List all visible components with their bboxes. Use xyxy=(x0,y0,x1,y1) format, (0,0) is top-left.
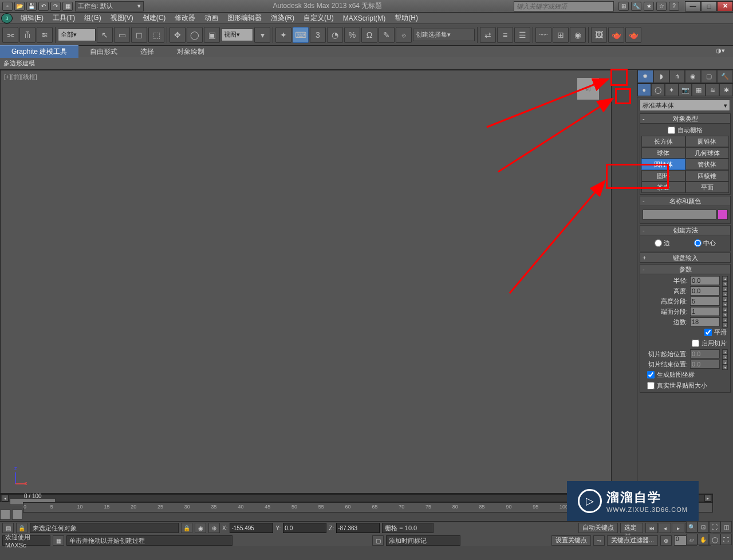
menu-customize[interactable]: 自定义(U) xyxy=(299,12,338,24)
redo-icon[interactable]: ↷ xyxy=(50,2,61,11)
align-icon[interactable]: ≡ xyxy=(497,27,513,43)
snap-toggle-icon[interactable]: 3 xyxy=(310,27,326,43)
bind-spacewarp-icon[interactable]: ≋ xyxy=(37,27,53,43)
schematic-icon[interactable]: ⊞ xyxy=(553,27,569,43)
ribbon-tab-graphite[interactable]: Graphite 建模工具 xyxy=(0,45,78,58)
ribbon-tab-freeform[interactable]: 自由形式 xyxy=(78,46,129,58)
sliceon-checkbox[interactable] xyxy=(692,340,699,347)
time-slider-buttons[interactable] xyxy=(0,510,24,521)
menu-grapheditors[interactable]: 图形编辑器 xyxy=(223,12,266,24)
render-icon[interactable]: 🫖 xyxy=(625,27,641,43)
subcat-cameras[interactable]: 📷 xyxy=(679,84,692,96)
rollout-header-objecttype[interactable]: -对象类型 xyxy=(640,113,731,124)
minimize-button[interactable]: — xyxy=(685,1,701,11)
goto-start-icon[interactable]: ⏮ xyxy=(645,523,658,533)
menu-rendering[interactable]: 渲染(R) xyxy=(266,12,299,24)
time-config-icon[interactable]: ⊕ xyxy=(660,535,672,546)
pan-icon[interactable]: ✋ xyxy=(697,534,709,545)
transform-type-icon[interactable]: ⊕ xyxy=(208,523,220,533)
subcat-geometry[interactable]: ● xyxy=(637,84,651,96)
script-listener-icon[interactable]: ▦ xyxy=(53,535,64,546)
orbit-icon[interactable]: ◯ xyxy=(709,534,720,545)
selected-dropdown[interactable]: 选定对 xyxy=(620,523,643,533)
sides-spinner-buttons[interactable]: ▴▾ xyxy=(722,317,728,326)
edit-named-icon[interactable]: ✎ xyxy=(379,27,395,43)
object-name-input[interactable] xyxy=(643,210,716,220)
cmd-tab-motion[interactable]: ◉ xyxy=(685,70,701,83)
subcat-lights[interactable]: ✦ xyxy=(665,84,679,96)
menu-maxscript[interactable]: MAXScript(M) xyxy=(338,13,391,23)
play-icon[interactable]: ▸ xyxy=(672,523,684,533)
subcat-shapes[interactable]: ◯ xyxy=(651,84,665,96)
obj-btn-cone[interactable]: 圆锥体 xyxy=(685,136,730,147)
prev-frame-icon[interactable]: ◂ xyxy=(659,523,671,533)
obj-btn-plane[interactable]: 平面 xyxy=(685,182,730,193)
obj-btn-torus[interactable]: 圆环 xyxy=(641,170,685,182)
maxscript-mini-icon[interactable]: ▤ xyxy=(2,523,14,533)
select-object-icon[interactable]: ↖ xyxy=(97,27,113,43)
cmd-tab-hierarchy[interactable]: ⋔ xyxy=(669,70,685,83)
toggle-edit-icon[interactable]: ⟐ xyxy=(396,27,412,43)
genmap-checkbox[interactable] xyxy=(647,371,655,378)
zoom-extents-all-icon[interactable]: ◫ xyxy=(720,521,732,533)
key-filters-button[interactable]: 关键点过滤器... xyxy=(607,535,658,546)
menu-help[interactable]: 帮助(H) xyxy=(390,12,423,24)
spinner-snap-icon[interactable]: Ω xyxy=(361,27,377,43)
time-tag-label[interactable]: 添加时间标记 xyxy=(386,535,460,546)
ribbon-panel-polymodeling[interactable]: 多边形建模 xyxy=(3,59,35,68)
maximize-button[interactable]: □ xyxy=(701,1,717,11)
comm-center-icon[interactable]: 🔧 xyxy=(631,2,641,11)
app-icon[interactable]: 3 xyxy=(1,13,13,23)
autogrid-checkbox[interactable] xyxy=(668,127,675,134)
time-tag-icon[interactable]: ▢ xyxy=(372,535,384,546)
selection-filter-dropdown[interactable]: 全部 ▾ xyxy=(58,29,96,41)
refcoord-dropdown[interactable]: 视图 ▾ xyxy=(221,29,253,41)
capseg-spinner[interactable]: 1 xyxy=(690,307,720,316)
curve-editor-icon[interactable]: 〰 xyxy=(535,27,551,43)
subcat-spacewarps[interactable]: ≋ xyxy=(706,84,719,96)
y-coord-input[interactable]: 0.0 xyxy=(283,523,326,533)
ribbon-tab-selection[interactable]: 选择 xyxy=(129,46,165,58)
heightseg-spinner-buttons[interactable]: ▴▾ xyxy=(722,297,728,306)
obj-btn-teapot[interactable]: 茶壶 xyxy=(641,182,685,193)
favorites-icon[interactable]: ☆ xyxy=(656,2,667,11)
isolate-icon[interactable]: ◉ xyxy=(195,523,206,533)
prev-key-icon[interactable] xyxy=(0,510,10,520)
maximize-viewport-icon[interactable]: ⛶ xyxy=(720,534,732,545)
save-icon[interactable]: 💾 xyxy=(26,2,37,11)
autokey-button[interactable]: 自动关键点 xyxy=(578,523,618,533)
sides-spinner[interactable]: 18 xyxy=(690,317,720,326)
menu-modifiers[interactable]: 修改器 xyxy=(170,12,200,24)
ribbon-collapse-icon[interactable]: ◑▾ xyxy=(716,47,728,56)
lock-selection-icon[interactable]: 🔒 xyxy=(16,523,27,533)
rollout-header-createmethod[interactable]: -创建方法 xyxy=(640,225,731,235)
render-setup-icon[interactable]: 🖼 xyxy=(591,27,607,43)
scale-icon[interactable]: ▣ xyxy=(204,27,220,43)
help-search-input[interactable]: 键入关键字或短语 xyxy=(514,1,614,11)
selectlink-icon[interactable]: ⫘ xyxy=(2,27,18,43)
obj-btn-cylinder[interactable]: 圆柱体 xyxy=(641,159,685,170)
object-color-swatch[interactable] xyxy=(718,210,728,220)
zoom-icon[interactable]: 🔍 xyxy=(686,521,697,533)
obj-btn-pyramid[interactable]: 四棱锥 xyxy=(685,170,730,182)
workspace-dropdown[interactable]: 工作台: 默认▾ xyxy=(75,1,144,11)
menu-group[interactable]: 组(G) xyxy=(80,12,105,24)
realworld-checkbox[interactable] xyxy=(647,382,655,389)
cmd-tab-display[interactable]: ▢ xyxy=(701,70,717,83)
radius-spinner[interactable]: 0.0 xyxy=(690,276,720,285)
menu-animation[interactable]: 动画 xyxy=(200,12,223,24)
keyboard-shortcut-icon[interactable]: ⌨ xyxy=(293,27,309,43)
material-editor-icon[interactable]: ◉ xyxy=(570,27,586,43)
x-coord-input[interactable]: -155.495 xyxy=(230,523,273,533)
rollout-header-kbdentry[interactable]: +键盘输入 xyxy=(640,253,731,263)
project-icon[interactable]: ▦ xyxy=(62,2,73,11)
percent-snap-icon[interactable]: % xyxy=(344,27,360,43)
radio-edge[interactable] xyxy=(655,239,662,247)
named-selection-dropdown[interactable]: 创建选择集 ▾ xyxy=(413,29,475,41)
menu-tools[interactable]: 工具(T) xyxy=(48,12,80,24)
obj-btn-box[interactable]: 长方体 xyxy=(641,136,685,147)
obj-btn-geosphere[interactable]: 几何球体 xyxy=(685,147,730,159)
scroll-right-icon[interactable]: ▸ xyxy=(704,495,711,502)
close-button[interactable]: ✕ xyxy=(717,1,733,11)
ribbon-tab-objectpaint[interactable]: 对象绘制 xyxy=(165,46,216,58)
